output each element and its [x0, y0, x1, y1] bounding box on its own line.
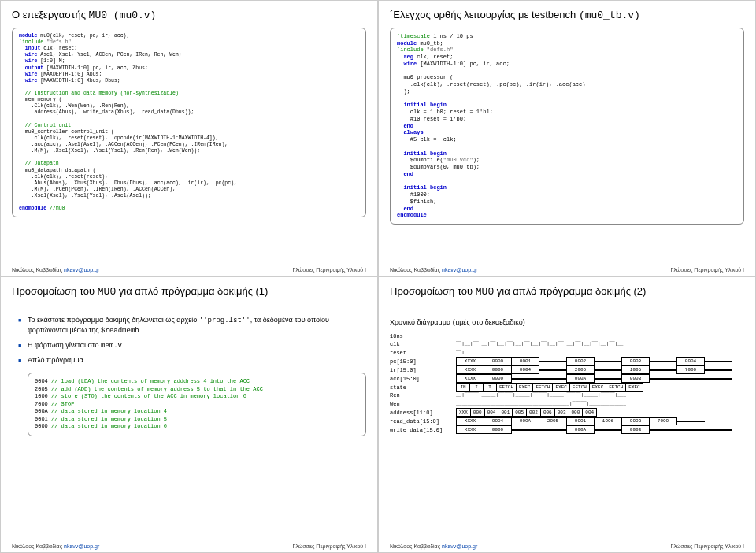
slide3-bullets: Το εκάστοτε πρόγραμμα δοκιμής δηλώνεται …	[12, 315, 366, 370]
row-addr: XXX000004001005002006003000004	[456, 408, 732, 417]
slide1-title-mono: MU0 (mu0.v)	[89, 9, 157, 21]
bullet-1: Το εκάστοτε πρόγραμμα δοκιμής δηλώνεται …	[18, 315, 366, 336]
bullet-3: Απλό πρόγραμμα	[18, 355, 366, 365]
bullet-2: Η φόρτωση γίνεται στο mem.v	[18, 340, 366, 351]
slide3-title: Προσομοίωση του MU0 για απλό πρόγραμμα δ…	[12, 285, 366, 299]
footer-left: Νικόλαος Καββαδίας nkavv@uop.gr	[390, 267, 477, 273]
footer-right: Γλώσσες Περιγραφής Υλικού Ι	[671, 267, 744, 273]
row-pc: XXXX00000001000200030004	[456, 357, 732, 366]
row-state: INITFETCHEXECFETCHEXECFETCHEXECFETCHEXEC	[456, 383, 732, 392]
slide2-title-text: ´Ελεγχος ορθής λειτουργίας με testbench	[390, 9, 579, 20]
footer-right: Γλώσσες Περιγραφής Υλικού Ι	[293, 544, 366, 549]
row-wdata: XXXX0000000A000B	[456, 425, 732, 434]
slide1-codebox: module mu0(clk, reset, pc, ir, acc); `in…	[12, 28, 366, 218]
slide1-title: Ο επεξεργαστής MU0 (mu0.v)	[12, 9, 366, 23]
row-acc: XXXX0000000A000B	[456, 374, 732, 383]
slide4-title: Προσομοίωση του MU0 για απλό πρόγραμμα δ…	[390, 285, 744, 299]
timing-caption: Χρονικό διάγραμμα (τιμές στο δεκαεξαδικό…	[390, 318, 744, 326]
slide4-footer: Νικόλαος Καββαδίας nkavv@uop.gr Γλώσσες …	[390, 540, 744, 549]
row-ir: XXXX00000004200510067000	[456, 366, 732, 374]
prog-listing: 0004 // load (LDA) the contents of memor…	[28, 373, 366, 436]
slide2-codebox: `timescale 1 ns / 10 ps module mu0_tb; `…	[390, 28, 744, 225]
slide-sim2: Προσομοίωση του MU0 για απλό πρόγραμμα δ…	[378, 276, 756, 553]
footer-left: Νικόλαος Καββαδίας nkavv@uop.gr	[390, 544, 477, 549]
slide-testbench: ´Ελεγχος ορθής λειτουργίας με testbench …	[378, 0, 756, 276]
slide1-title-text: Ο επεξεργαστής	[12, 9, 89, 20]
slide1-footer: Νικόλαος Καββαδίας nkavv@uop.gr Γλώσσες …	[12, 264, 366, 273]
row-rdata: XXXX0004000A200500011006000B7000	[456, 417, 732, 425]
timing-diagram: 10ns clk‾‾|__|‾‾|__|‾‾|__|‾‾|__|‾‾|__|‾‾…	[390, 332, 744, 435]
footer-left: Νικόλαος Καββαδίας nkavv@uop.gr	[12, 544, 99, 549]
slide-mu0-processor: Ο επεξεργαστής MU0 (mu0.v) module mu0(cl…	[0, 0, 378, 276]
slide2-footer: Νικόλαος Καββαδίας nkavv@uop.gr Γλώσσες …	[390, 264, 744, 273]
slide3-footer: Νικόλαος Καββαδίας nkavv@uop.gr Γλώσσες …	[12, 540, 366, 549]
footer-right: Γλώσσες Περιγραφής Υλικού Ι	[293, 267, 366, 273]
slide2-title: ´Ελεγχος ορθής λειτουργίας με testbench …	[390, 9, 744, 23]
slide-sim1: Προσομοίωση του MU0 για απλό πρόγραμμα δ…	[0, 276, 378, 553]
footer-right: Γλώσσες Περιγραφής Υλικού Ι	[671, 544, 744, 549]
footer-left: Νικόλαος Καββαδίας nkavv@uop.gr	[12, 267, 99, 273]
slide2-title-mono: (mu0_tb.v)	[579, 9, 640, 21]
